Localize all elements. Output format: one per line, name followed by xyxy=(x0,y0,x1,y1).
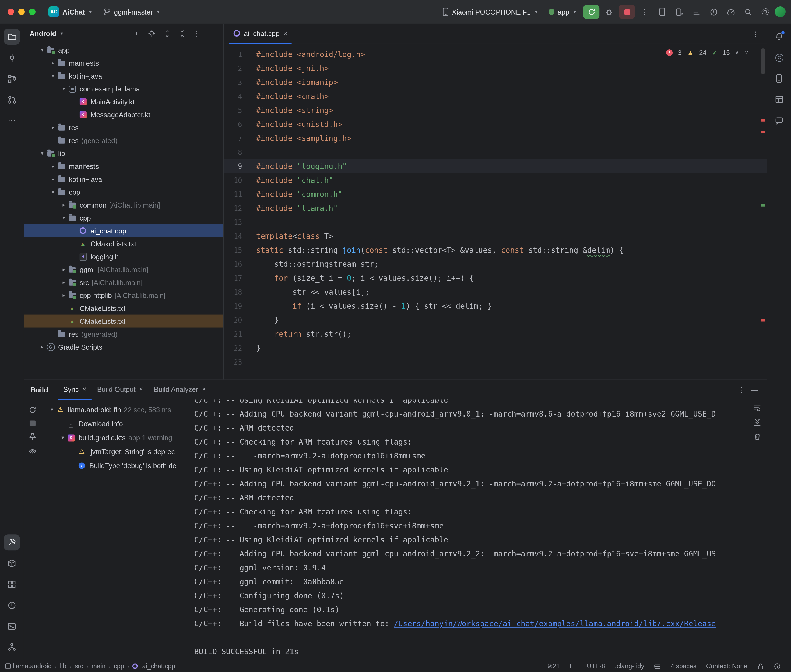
project-view-selector[interactable]: Android xyxy=(30,29,56,37)
close-tab-icon[interactable]: × xyxy=(283,29,287,37)
chevron-right-icon[interactable]: ▸ xyxy=(60,202,68,208)
error-stripe-mark[interactable] xyxy=(761,119,765,122)
locate-file-button[interactable] xyxy=(146,27,158,39)
settings-button[interactable] xyxy=(757,4,773,19)
editor-more-options-button[interactable]: ⋮ xyxy=(749,28,761,40)
macos-minimize-button[interactable] xyxy=(18,9,25,15)
tree-item-cpp-httplib[interactable]: ▸cpp-httplib[AiChat.lib.main] xyxy=(24,289,223,302)
problems-toolwindow-button[interactable] xyxy=(4,597,20,613)
chevron-down-icon[interactable]: ▾ xyxy=(60,215,68,221)
tree-item-cmakelists-txt[interactable]: ▲CMakeLists.txt xyxy=(24,302,223,315)
editor-tab-ai-chat-cpp[interactable]: ai_chat.cpp × xyxy=(229,24,292,44)
assistant-toolwindow-button[interactable] xyxy=(771,112,787,128)
device-manager-toolwindow-button[interactable] xyxy=(771,70,787,86)
code-line-8[interactable]: 8 xyxy=(224,145,767,159)
notifications-button[interactable] xyxy=(771,29,787,45)
tree-item-cmakelists-txt[interactable]: ▲CMakeLists.txt xyxy=(24,315,223,328)
code-line-2[interactable]: 2#include <jni.h> xyxy=(224,61,767,75)
build-more-options-button[interactable]: ⋮ xyxy=(736,384,748,396)
error-stripe-mark[interactable] xyxy=(761,131,765,133)
code-editor[interactable]: 1#include <android/log.h>2#include <jni.… xyxy=(224,44,767,380)
more-options-button[interactable]: ⋮ xyxy=(191,27,203,39)
code-line-15[interactable]: 15static std::string join(const std::vec… xyxy=(224,243,767,257)
tree-item-ggml[interactable]: ▸ggml[AiChat.lib.main] xyxy=(24,263,223,276)
logcat-button[interactable] xyxy=(689,4,704,19)
chevron-down-icon[interactable]: ▾ xyxy=(38,47,46,53)
chevron-down-icon[interactable]: ▾ xyxy=(59,435,67,440)
rerun-sync-button[interactable] xyxy=(28,406,36,414)
app-quality-insights-button[interactable] xyxy=(706,4,721,19)
code-line-22[interactable]: 22} xyxy=(224,341,767,355)
collapse-all-button[interactable] xyxy=(176,27,188,39)
breadcrumb-item-cpp[interactable]: cpp xyxy=(114,662,124,670)
layout-inspector-toolwindow-button[interactable] xyxy=(771,91,787,107)
chevron-right-icon[interactable]: ▸ xyxy=(49,60,57,66)
macos-zoom-button[interactable] xyxy=(29,9,35,15)
tree-item-buildtype-debug-is-both-de[interactable]: iBuildType 'debug' is both de xyxy=(40,459,192,472)
tree-item-com-example-llama[interactable]: ▾com.example.llama xyxy=(24,82,223,95)
build-toolwindow-button[interactable] xyxy=(4,534,20,550)
gradle-toolwindow-button[interactable]: G xyxy=(771,50,787,66)
tree-item-res[interactable]: res(generated) xyxy=(24,328,223,341)
pin-button[interactable] xyxy=(28,433,36,441)
tree-item-cpp[interactable]: ▾cpp xyxy=(24,186,223,198)
tree-item-logging-h[interactable]: Hlogging.h xyxy=(24,250,223,263)
hide-build-panel-button[interactable]: — xyxy=(748,384,761,396)
chevron-right-icon[interactable]: ▸ xyxy=(38,344,46,350)
run-button[interactable] xyxy=(583,5,599,19)
device-manager-button[interactable] xyxy=(654,4,669,19)
code-line-21[interactable]: 21 return str.str(); xyxy=(224,327,767,341)
previous-problem-button[interactable]: ∧ xyxy=(735,50,739,55)
sync-console[interactable]: C/C++: -- Using KleidiAI optimized kerne… xyxy=(192,399,767,660)
stop-sync-button[interactable] xyxy=(29,420,35,426)
stop-button[interactable] xyxy=(619,5,635,19)
chevron-right-icon[interactable]: ▸ xyxy=(49,163,57,169)
breadcrumb-item-main[interactable]: main xyxy=(91,662,106,670)
tree-item-kotlin-java[interactable]: ▸kotlin+java xyxy=(24,173,223,186)
chevron-right-icon[interactable]: ▸ xyxy=(49,125,57,130)
indent-indicator[interactable]: 4 spaces xyxy=(666,662,701,670)
tree-item-res[interactable]: ▸res xyxy=(24,121,223,134)
code-line-3[interactable]: 3#include <iomanip> xyxy=(224,75,767,89)
build-tab-build-analyzer[interactable]: Build Analyzer× xyxy=(149,380,211,400)
tree-item-ai-chat-cpp[interactable]: ai_chat.cpp xyxy=(24,224,223,237)
code-line-17[interactable]: 17 for (size_t i = 0; i < values.size();… xyxy=(224,271,767,285)
caret-position[interactable]: 9:21 xyxy=(542,662,565,670)
context-indicator[interactable]: Context: None xyxy=(701,662,752,670)
tree-item-manifests[interactable]: ▸manifests xyxy=(24,160,223,173)
project-toolwindow-button[interactable] xyxy=(4,29,20,45)
code-line-18[interactable]: 18 str << values[i]; xyxy=(224,285,767,299)
debug-button[interactable] xyxy=(602,4,616,19)
tree-item-mainactivity-kt[interactable]: KMainActivity.kt xyxy=(24,95,223,108)
code-line-20[interactable]: 20 } xyxy=(224,313,767,327)
expand-all-button[interactable] xyxy=(161,27,173,39)
tree-item-lib[interactable]: ▾lib xyxy=(24,147,223,160)
version-control-toolwindow-button[interactable] xyxy=(4,639,20,655)
inspections-widget[interactable]: !3 ▲24 ✓15 ∧ ∨ xyxy=(666,48,748,56)
search-everywhere-button[interactable] xyxy=(740,4,756,19)
clang-tidy-indicator[interactable]: .clang-tidy xyxy=(610,662,649,670)
code-line-23[interactable]: 23 xyxy=(224,355,767,369)
macos-close-button[interactable] xyxy=(8,9,14,15)
code-line-7[interactable]: 7#include <sampling.h> xyxy=(224,131,767,145)
code-line-11[interactable]: 11#include "common.h" xyxy=(224,187,767,201)
chevron-down-icon[interactable]: ▾ xyxy=(38,150,46,156)
code-line-13[interactable]: 13 xyxy=(224,215,767,229)
chevron-down-icon[interactable]: ▾ xyxy=(49,189,57,195)
error-stripe-mark[interactable] xyxy=(761,204,765,206)
profiler-button[interactable] xyxy=(723,4,738,19)
tree-item-common[interactable]: ▸common[AiChat.lib.main] xyxy=(24,198,223,211)
more-actions-button[interactable]: ⋮ xyxy=(637,4,652,19)
build-tab-build-output[interactable]: Build Output× xyxy=(92,380,149,400)
chevron-right-icon[interactable]: ▸ xyxy=(60,293,68,298)
code-line-4[interactable]: 4#include <cmath> xyxy=(224,89,767,103)
breadcrumb-item-src[interactable]: src xyxy=(75,662,83,670)
project-widget[interactable]: AC AiChat ▼ xyxy=(44,4,97,19)
build-caption[interactable]: Build xyxy=(30,386,48,394)
running-devices-button[interactable] xyxy=(672,4,687,19)
code-line-6[interactable]: 6#include <unistd.h> xyxy=(224,117,767,131)
breadcrumb-item-lib[interactable]: lib xyxy=(60,662,66,670)
services-toolwindow-button[interactable] xyxy=(4,576,20,592)
code-line-14[interactable]: 14template<class T> xyxy=(224,229,767,243)
clear-console-button[interactable] xyxy=(753,433,761,441)
